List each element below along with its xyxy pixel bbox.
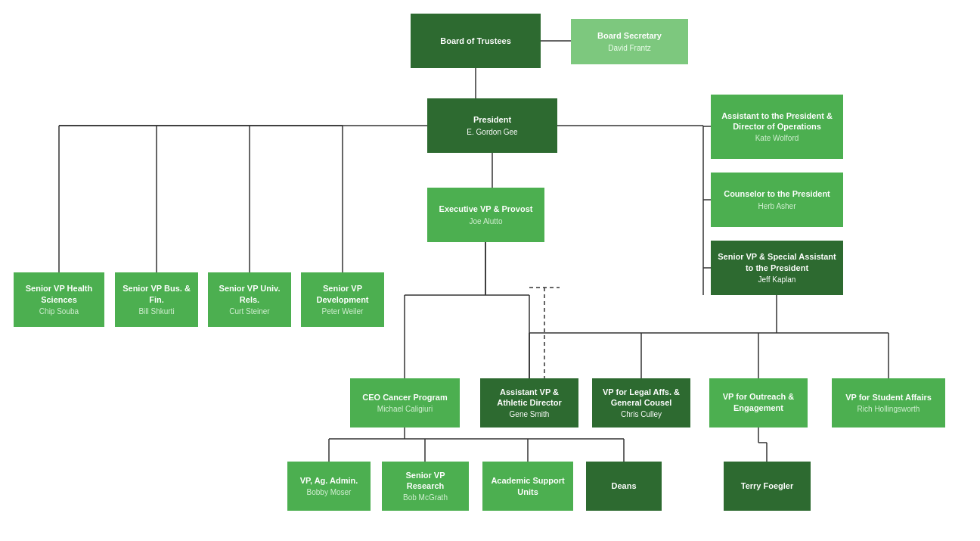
vp-ag-name: Bobby Moser <box>307 487 352 497</box>
svp-dev-node: Senior VP Development Peter Weiler <box>301 272 384 327</box>
vp-outreach-node: VP for Outreach & Engagement <box>709 378 808 428</box>
svp-univ-title: Senior VP Univ. Rels. <box>213 283 286 305</box>
academic-support-title: Academic Support Units <box>488 475 568 497</box>
terry-title: Terry Foegler <box>741 480 794 491</box>
asst-pres-title: Assistant to the President & Director of… <box>716 110 838 132</box>
deans-node: Deans <box>586 462 662 511</box>
vp-legal-name: Chris Culley <box>621 409 662 419</box>
ceo-cancer-title: CEO Cancer Program <box>362 392 447 403</box>
board-secretary-node: Board Secretary David Frantz <box>571 19 688 64</box>
svp-dev-name: Peter Weiler <box>322 306 364 316</box>
svp-health-node: Senior VP Health Sciences Chip Souba <box>14 272 104 327</box>
president-name: E. Gordon Gee <box>467 127 517 137</box>
svp-bus-name: Bill Shkurti <box>138 306 174 316</box>
asst-vp-title: Assistant VP & Athletic Director <box>485 387 573 409</box>
org-chart: Board of Trustees Board Secretary David … <box>0 0 980 541</box>
svp-research-node: Senior VP Research Bob McGrath <box>382 462 469 511</box>
president-node: President E. Gordon Gee <box>427 98 557 153</box>
counselor-name: Herb Asher <box>758 201 795 211</box>
svp-bus-title: Senior VP Bus. & Fin. <box>120 283 193 305</box>
vp-outreach-title: VP for Outreach & Engagement <box>715 391 802 413</box>
asst-vp-name: Gene Smith <box>510 409 550 419</box>
exec-vp-node: Executive VP & Provost Joe Alutto <box>427 188 544 242</box>
board-title: Board of Trustees <box>440 36 511 46</box>
asst-president-node: Assistant to the President & Director of… <box>711 95 843 159</box>
vp-student-node: VP for Student Affairs Rich Hollingswort… <box>832 378 945 428</box>
svp-dev-title: Senior VP Development <box>306 283 379 305</box>
deans-title: Deans <box>611 480 636 491</box>
svp-research-title: Senior VP Research <box>387 470 464 492</box>
svp-special-node: Senior VP & Special Assistant to the Pre… <box>711 241 843 295</box>
board-sec-title: Board Secretary <box>597 30 662 41</box>
vp-legal-title: VP for Legal Affs. & General Cousel <box>597 387 685 409</box>
svp-research-name: Bob McGrath <box>403 493 448 502</box>
vp-ag-title: VP, Ag. Admin. <box>300 475 358 486</box>
academic-support-node: Academic Support Units <box>482 462 573 511</box>
counselor-title: Counselor to the President <box>724 188 830 199</box>
terry-node: Terry Foegler <box>724 462 811 511</box>
svp-health-title: Senior VP Health Sciences <box>19 283 99 305</box>
ceo-cancer-name: Michael Caligiuri <box>377 404 433 414</box>
svp-health-name: Chip Souba <box>39 306 79 316</box>
asst-vp-athletic-node: Assistant VP & Athletic Director Gene Sm… <box>480 378 578 428</box>
board-of-trustees-node: Board of Trustees <box>411 14 541 68</box>
asst-pres-name: Kate Wolford <box>755 133 799 143</box>
svp-univ-node: Senior VP Univ. Rels. Curt Steiner <box>208 272 291 327</box>
svp-special-title: Senior VP & Special Assistant to the Pre… <box>716 251 838 273</box>
svp-special-name: Jeff Kaplan <box>758 275 796 284</box>
vp-student-title: VP for Student Affairs <box>845 392 932 403</box>
vp-legal-node: VP for Legal Affs. & General Cousel Chri… <box>592 378 690 428</box>
president-title: President <box>473 114 511 125</box>
svp-bus-node: Senior VP Bus. & Fin. Bill Shkurti <box>115 272 198 327</box>
vp-student-name: Rich Hollingsworth <box>858 404 920 414</box>
svp-univ-name: Curt Steiner <box>229 306 269 316</box>
exec-vp-name: Joe Alutto <box>470 216 503 226</box>
board-sec-name: David Frantz <box>608 43 651 53</box>
counselor-node: Counselor to the President Herb Asher <box>711 173 843 227</box>
vp-ag-node: VP, Ag. Admin. Bobby Moser <box>287 462 371 511</box>
exec-vp-title: Executive VP & Provost <box>439 204 533 214</box>
ceo-cancer-node: CEO Cancer Program Michael Caligiuri <box>350 378 460 428</box>
